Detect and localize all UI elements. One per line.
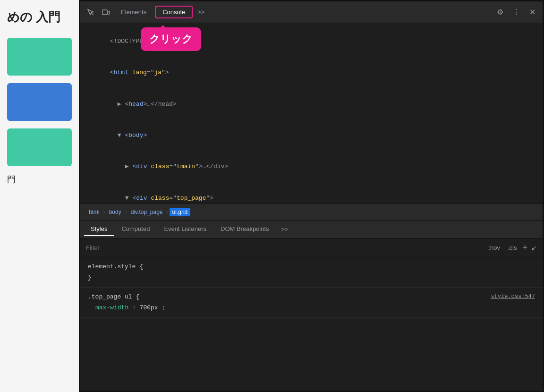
preview-card-3 bbox=[7, 128, 72, 166]
css-selector-element-style: element.style { bbox=[88, 261, 535, 272]
css-prop-value: 700px bbox=[140, 304, 158, 311]
elements-panel: <!DOCTYPE html> <html lang="ja"> ▶ <head… bbox=[80, 23, 543, 204]
tab-computed[interactable]: Computed bbox=[115, 222, 156, 236]
dom-line-html[interactable]: <html lang="ja"> bbox=[80, 57, 543, 88]
breadcrumb-ul-grid[interactable]: ul.grid bbox=[170, 208, 191, 216]
filter-input[interactable] bbox=[86, 244, 486, 251]
panel-tabs-row: Styles Computed Event Listeners DOM Brea… bbox=[80, 221, 543, 239]
preview-card-2 bbox=[7, 83, 72, 121]
close-icon[interactable]: ✕ bbox=[526, 6, 539, 19]
add-style-button[interactable]: + bbox=[522, 243, 527, 253]
more-panels-button[interactable]: >> bbox=[279, 224, 291, 235]
tab-console-container: Console クリック bbox=[155, 6, 193, 18]
css-rule-element-style: element.style { } bbox=[80, 257, 543, 288]
css-semicolon: ; bbox=[162, 304, 165, 311]
css-colon: : bbox=[132, 304, 140, 311]
breadcrumb-body[interactable]: body bbox=[106, 208, 124, 216]
tab-event-listeners[interactable]: Event Listeners bbox=[157, 222, 213, 236]
breadcrumb-bar: html › body › div.top_page › ul.grid bbox=[80, 204, 543, 221]
toolbar-right-controls: ⚙ ⋮ ✕ bbox=[493, 6, 539, 19]
cls-filter-button[interactable]: .cls bbox=[506, 244, 519, 252]
devtools-panel: Elements Console クリック >> ⚙ ⋮ ✕ <!DOCTYPE… bbox=[80, 0, 544, 392]
website-preview: めの 入門 門 bbox=[0, 0, 80, 392]
preview-card-1 bbox=[7, 38, 72, 76]
more-tabs-button[interactable]: >> bbox=[195, 7, 207, 17]
more-options-icon[interactable]: ⋮ bbox=[510, 6, 523, 19]
tab-console[interactable]: Console bbox=[155, 6, 193, 18]
filter-controls: :hov .cls + ↙ bbox=[486, 243, 537, 253]
breadcrumb-html[interactable]: html bbox=[86, 208, 102, 216]
hov-filter-button[interactable]: :hov bbox=[486, 244, 502, 252]
svg-line-0 bbox=[91, 13, 94, 15]
lower-panel: Styles Computed Event Listeners DOM Brea… bbox=[80, 221, 543, 391]
svg-rect-2 bbox=[108, 11, 110, 14]
preview-label: 門 bbox=[7, 174, 72, 185]
css-prop-name: max-width bbox=[95, 304, 128, 311]
tab-elements[interactable]: Elements bbox=[114, 7, 153, 17]
css-selector-top-page: .top_page ul { bbox=[88, 291, 139, 302]
settings-icon[interactable]: ⚙ bbox=[493, 6, 507, 19]
dom-line-head[interactable]: ▶ <head>…</head> bbox=[80, 89, 543, 120]
tab-styles[interactable]: Styles bbox=[84, 222, 114, 236]
preview-title: めの 入門 bbox=[7, 9, 72, 26]
dom-line-div-top-page[interactable]: ▼ <div class="top_page"> bbox=[80, 183, 543, 204]
dom-line-div-tmain[interactable]: ▶ <div class="tmain">…</div> bbox=[80, 152, 543, 183]
filter-corner-icon: ↙ bbox=[531, 244, 537, 252]
css-content: element.style { } .top_page ul { style.c… bbox=[80, 257, 543, 391]
css-prop-max-width[interactable]: max-width : 700px ; bbox=[88, 302, 535, 313]
dom-line-doctype[interactable]: <!DOCTYPE html> bbox=[80, 26, 543, 57]
breadcrumb-div-top-page[interactable]: div.top_page bbox=[128, 208, 166, 216]
css-rule-header: .top_page ul { style.css:547 bbox=[88, 291, 535, 302]
inspect-icon[interactable] bbox=[84, 6, 97, 19]
css-rule-top-page-ul: .top_page ul { style.css:547 max-width :… bbox=[80, 288, 543, 318]
filter-bar: :hov .cls + ↙ bbox=[80, 239, 543, 257]
dom-line-body[interactable]: ▼ <body> bbox=[80, 120, 543, 151]
svg-rect-1 bbox=[102, 10, 107, 15]
tab-dom-breakpoints[interactable]: DOM Breakpoints bbox=[214, 222, 276, 236]
css-close-brace: } bbox=[88, 272, 535, 283]
devtools-toolbar: Elements Console クリック >> ⚙ ⋮ ✕ bbox=[80, 1, 543, 23]
device-toggle-icon[interactable] bbox=[99, 6, 112, 19]
css-source-link[interactable]: style.css:547 bbox=[491, 292, 535, 302]
